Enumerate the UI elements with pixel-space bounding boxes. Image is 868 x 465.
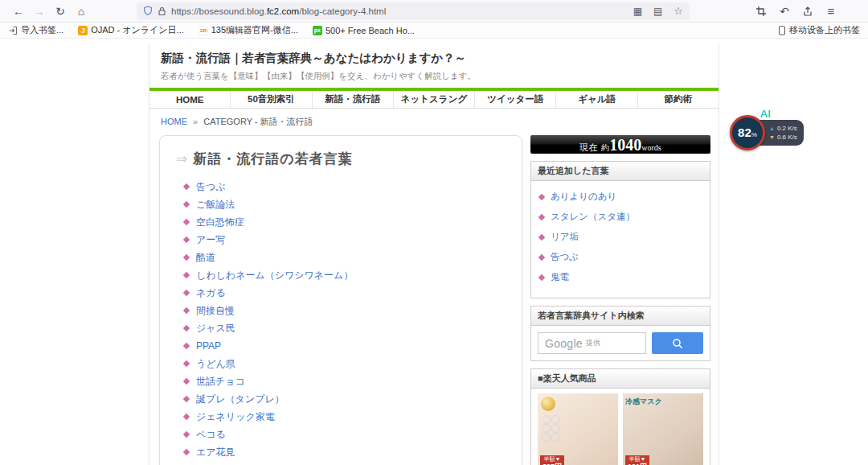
main-area: ⇒新語・流行語の若者言葉 告つぶ ご飯論法 空白恐怖症 アー写 酷道 [149,134,719,465]
toolbar-right-icons: ↶ ≡ [755,4,839,18]
nav-item[interactable]: ギャル語 [556,91,637,108]
diamond-bullet-icon [183,237,190,243]
site-search-box: 若者言葉辞典サイト内検索 Google 提供 [530,306,710,361]
share-icon[interactable] [802,6,813,17]
word-link[interactable]: ご飯論法 [196,198,235,212]
recent-word-item: リア垢 [539,231,702,243]
search-button[interactable] [652,332,703,354]
bookmark-star-icon[interactable]: ☆ [674,5,683,17]
import-bookmarks-icon [8,26,18,35]
nav-item[interactable]: 50音別索引 [231,91,312,108]
site-wrapper: 新語・流行語｜若者言葉辞典～あなたはわかりますか？～ 若者が使う言葉を【意味】【… [149,43,719,465]
nav-item[interactable]: HOME [149,91,231,108]
breadcrumb-category: CATEGORY - 新語・流行語 [203,117,313,126]
rakuten-box: ■楽天人気商品 ◯◯◯◯◯◯ 半額▼397円 瞬間ひんやり続く 冷感マスク 半額… [530,368,710,465]
recent-word-link[interactable]: スタレン（スタ連） [551,211,635,223]
search-form: Google 提供 [531,326,710,360]
diamond-bullet-icon [183,254,190,261]
reader-mode-icon[interactable]: ▤ [653,6,662,17]
word-link[interactable]: ネガる [196,286,226,300]
recent-word-link[interactable]: 鬼電 [551,271,569,283]
word-link[interactable]: 間接自慢 [196,304,235,318]
nav-item[interactable]: ネットスラング [394,91,475,108]
bookmark-beach[interactable]: px 500+ Free Beach Ho... [313,26,415,35]
word-list-item: 空白恐怖症 [184,217,514,227]
recent-word-item: 告つぶ [539,251,702,263]
bookmark-135editor[interactable]: 135 135编辑器官网-微信... [199,24,298,36]
price-badge: 半額▼397円 [540,455,564,465]
mobile-bookmarks[interactable]: 移动设备上的书签 [778,24,860,36]
product-caption: 冷感マスク [623,395,703,409]
diamond-bullet-icon [183,343,190,349]
word-list-item: しわしわネーム（シワシワネーム） [184,270,514,280]
home-icon[interactable]: ⌂ [71,5,92,18]
product-ad-neck-cooler[interactable]: ◯◯◯◯◯◯ 半額▼397円 瞬間ひんやり続く [538,393,618,465]
menu-icon[interactable]: ≡ [823,4,839,18]
word-link[interactable]: しわしわネーム（シワシワネーム） [196,269,353,282]
diamond-bullet-icon [183,414,190,420]
word-link[interactable]: ジェネリック家電 [196,410,275,424]
download-arrow-icon: ▼ [769,134,775,140]
undo-icon[interactable]: ↶ [776,5,792,18]
word-link[interactable]: 酷道 [196,251,215,265]
site-search-title: 若者言葉辞典サイト内検索 [531,307,710,326]
bookmark-ojad[interactable]: J OJAD - オンライン日... [78,24,184,36]
word-list-item: 告つぶ [184,182,514,191]
google-logo: Google [545,337,583,350]
word-list: 告つぶ ご飯論法 空白恐怖症 アー写 酷道 しわしわネーム（シワシワネーム） [184,182,514,465]
recent-word-link[interactable]: 告つぶ [551,251,579,263]
breadcrumb: HOME » CATEGORY - 新語・流行語 [149,109,719,134]
screenshot-crop-icon[interactable] [755,6,767,17]
product-ad-cool-mask[interactable]: 冷感マスク 半額▼101円 [623,393,703,465]
word-list-item: アー写 [184,235,514,245]
recent-word-link[interactable]: リア垢 [551,231,579,243]
word-list-item: PPAP [184,341,514,351]
word-list-item: ジャス民 [184,323,514,333]
word-link[interactable]: 誕プレ（タンプレ） [196,393,285,406]
upload-speed: ▲ 0.2 K/s [769,125,800,132]
breadcrumb-home-link[interactable]: HOME [161,117,187,126]
recent-word-link[interactable]: ありよりのあり [551,191,616,203]
forward-icon[interactable]: → [29,5,50,18]
word-link[interactable]: アー写 [196,233,225,247]
word-link[interactable]: 空白恐怖症 [196,216,244,229]
page-viewport: 新語・流行語｜若者言葉辞典～あなたはわかりますか？～ 若者が使う言葉を【意味】【… [0,39,868,465]
heading-arrow-icon: ⇒ [176,151,188,167]
word-list-item: エア花見 [184,447,514,457]
135editor-favicon: 135 [199,26,208,35]
word-list-item: ペコる [184,430,514,439]
reload-icon[interactable]: ↻ [50,5,71,18]
ai-label: AI [760,108,771,120]
site-nav: HOME50音別索引新語・流行語ネットスラングツイッター語ギャル語節約術 [149,91,719,109]
price-badge: 半額▼101円 [625,455,649,465]
back-icon[interactable]: ← [8,5,29,18]
recent-words-list: ありよりのあり スタレン（スタ連） リア垢 告つぶ 鬼電 [531,181,710,298]
qr-scan-icon[interactable]: ▦ [633,6,642,17]
word-link[interactable]: エア花見 [196,446,235,459]
word-link[interactable]: ペコる [196,428,226,442]
diamond-bullet-icon [183,431,190,438]
network-monitor-widget[interactable]: AI ▲ 0.2 K/s ▼ 0.6 K/s 82 % [730,109,804,151]
nav-item[interactable]: ツイッター語 [475,91,556,108]
diamond-bullet-icon [183,201,190,208]
word-link[interactable]: ジャス民 [196,322,235,335]
url-bar[interactable]: https://bosesound.blog.fc2.com/blog-cate… [137,2,690,20]
nav-item[interactable]: 新語・流行語 [313,91,394,108]
diamond-bullet-icon [183,219,190,225]
bookmark-import[interactable]: 导入书签... [8,24,63,36]
word-link[interactable]: 世話チョコ [196,375,245,389]
site-title[interactable]: 新語・流行語｜若者言葉辞典～あなたはわかりますか？～ [161,51,707,66]
diamond-bullet-icon [183,396,190,402]
word-link[interactable]: うどん県 [196,357,235,371]
diamond-bullet-icon [538,193,545,200]
word-link[interactable]: PPAP [196,340,221,352]
url-text[interactable]: https://bosesound.blog.fc2.com/blog-cate… [171,6,622,16]
diamond-bullet-icon [538,233,545,240]
diamond-bullet-icon [183,307,190,314]
word-link[interactable]: 告つぶ [196,180,226,194]
search-input[interactable]: Google 提供 [538,332,646,354]
word-list-item: 酷道 [184,253,514,262]
word-list-item: ご飯論法 [184,200,514,209]
percent-gauge[interactable]: 82 % [730,115,765,150]
nav-item[interactable]: 節約術 [638,91,719,108]
